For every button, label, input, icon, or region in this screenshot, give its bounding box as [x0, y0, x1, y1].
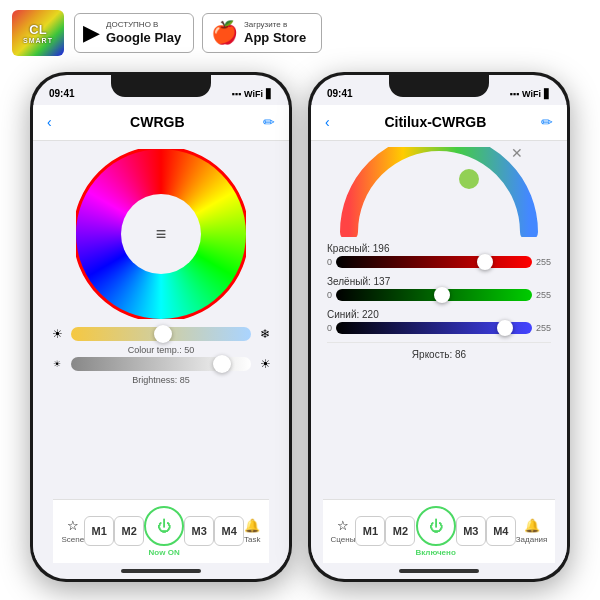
scene-group-right: ☆ Сцены	[331, 518, 356, 544]
green-track[interactable]	[336, 289, 532, 301]
color-wheel-area: ≡	[76, 141, 246, 323]
green-label: Зелёный: 137	[327, 276, 551, 287]
apple-icon: 🍎	[211, 20, 238, 46]
temp-label: Colour temp.: 50	[49, 345, 273, 355]
blue-track[interactable]	[336, 322, 532, 334]
status-icons-right: ▪▪▪ WiFi ▋	[510, 89, 552, 99]
green-track-container: 0 255	[327, 289, 551, 301]
notch-left	[111, 75, 211, 97]
brightness-row-right: Яркость: 86	[327, 342, 551, 366]
cl-logo: CL SMART	[12, 10, 64, 56]
scene-label-left: Scene	[61, 535, 84, 544]
m3-button-right[interactable]: M3	[456, 516, 486, 546]
red-max: 255	[536, 257, 551, 267]
color-arc-svg	[339, 147, 539, 237]
blue-max: 255	[536, 323, 551, 333]
star-icon-right[interactable]: ☆	[337, 518, 349, 533]
m1-button-right[interactable]: M1	[355, 516, 385, 546]
m3-button-left[interactable]: M3	[184, 516, 214, 546]
sun-bright-icon: ☀	[257, 357, 273, 371]
m2-button-right[interactable]: M2	[385, 516, 415, 546]
phone-left-inner: 09:41 ▪▪▪ WiFi ▋ ‹ CWRGB ✏	[33, 75, 289, 579]
blue-thumb[interactable]	[497, 320, 513, 336]
sun-small-icon: ☀	[49, 327, 65, 341]
scene-group: ☆ Scene	[61, 518, 84, 544]
power-group-left: ⏻ Now ON	[144, 506, 184, 557]
google-play-icon: ▶	[83, 20, 100, 46]
blue-track-container: 0 255	[327, 322, 551, 334]
sun-dim-icon: ☀	[49, 359, 65, 369]
rgb-sliders: Красный: 196 0 255 Зелёны	[311, 239, 567, 370]
signal-icon-right: ▪▪▪	[510, 89, 520, 99]
red-label: Красный: 196	[327, 243, 551, 254]
alarm-icon-right[interactable]: 🔔	[524, 518, 540, 533]
task-label-left: Task	[244, 535, 260, 544]
edit-icon-right[interactable]: ✏	[541, 114, 553, 130]
brightness-label-left: Brightness: 85	[49, 375, 273, 385]
time-left: 09:41	[49, 88, 75, 99]
green-min: 0	[327, 290, 332, 300]
m4-button-left[interactable]: M4	[214, 516, 244, 546]
notch-right	[389, 75, 489, 97]
color-arc-container: ✕	[339, 141, 539, 239]
red-min: 0	[327, 257, 332, 267]
close-icon[interactable]: ✕	[511, 145, 523, 161]
home-indicator-left[interactable]	[33, 563, 289, 579]
app-store-badge[interactable]: 🍎 Загрузите в App Store	[202, 13, 322, 53]
app-store-main-text: App Store	[244, 30, 306, 46]
nav-title-left: CWRGB	[130, 114, 184, 130]
brightness-thumb[interactable]	[213, 355, 231, 373]
power-label-left: Now ON	[149, 548, 180, 557]
blue-label: Синий: 220	[327, 309, 551, 320]
m1-button-left[interactable]: M1	[84, 516, 114, 546]
bottom-buttons-left: ☆ Scene M1 M2 ⏻ Now ON M3 M4 🔔 Task	[53, 499, 268, 563]
brightness-track[interactable]	[71, 357, 251, 371]
wifi-icon-left: WiFi	[244, 89, 263, 99]
battery-icon-right: ▋	[544, 89, 551, 99]
scene-label-right: Сцены	[331, 535, 356, 544]
back-icon-left[interactable]: ‹	[47, 114, 52, 130]
green-row: Зелёный: 137 0 255	[327, 276, 551, 301]
task-group-left: 🔔 Task	[244, 518, 260, 544]
red-thumb[interactable]	[477, 254, 493, 270]
snowflake-icon: ❄	[257, 327, 273, 341]
home-indicator-right[interactable]	[311, 563, 567, 579]
google-play-main-text: Google Play	[106, 30, 181, 46]
blue-label-text: Синий: 220	[327, 309, 379, 320]
bottom-buttons-right: ☆ Сцены M1 M2 ⏻ Включено M3 M4 🔔 Задания	[323, 499, 556, 563]
screen-left: ≡ ☀ ❄ Colour temp.:	[33, 141, 289, 563]
red-row: Красный: 196 0 255	[327, 243, 551, 268]
battery-icon-left: ▋	[266, 89, 273, 99]
green-label-text: Зелёный: 137	[327, 276, 390, 287]
svg-point-1	[459, 169, 479, 189]
m2-button-left[interactable]: M2	[114, 516, 144, 546]
green-max: 255	[536, 290, 551, 300]
task-group-right: 🔔 Задания	[516, 518, 548, 544]
phone-right: 09:41 ▪▪▪ WiFi ▋ ‹ Citilux-CWRGB ✏	[308, 72, 570, 582]
alarm-icon-left[interactable]: 🔔	[244, 518, 260, 533]
wifi-icon-right: WiFi	[522, 89, 541, 99]
task-label-right: Задания	[516, 535, 548, 544]
header-bar: CL SMART ▶ ДОСТУПНО В Google Play 🍎 Загр…	[0, 0, 600, 65]
back-icon-right[interactable]: ‹	[325, 114, 330, 130]
temp-thumb[interactable]	[154, 325, 172, 343]
red-track[interactable]	[336, 256, 532, 268]
red-label-text: Красный: 196	[327, 243, 390, 254]
google-play-top-text: ДОСТУПНО В	[106, 20, 181, 30]
power-button-left[interactable]: ⏻	[144, 506, 184, 546]
m4-button-right[interactable]: M4	[486, 516, 516, 546]
blue-min: 0	[327, 323, 332, 333]
power-button-right[interactable]: ⏻	[416, 506, 456, 546]
power-label-right: Включено	[415, 548, 455, 557]
status-icons-left: ▪▪▪ WiFi ▋	[232, 89, 274, 99]
brightness-label-right: Яркость: 86	[327, 349, 551, 360]
phone-left: 09:41 ▪▪▪ WiFi ▋ ‹ CWRGB ✏	[30, 72, 292, 582]
temp-track[interactable]	[71, 327, 251, 341]
star-icon-left[interactable]: ☆	[67, 518, 79, 533]
green-thumb[interactable]	[434, 287, 450, 303]
google-play-badge[interactable]: ▶ ДОСТУПНО В Google Play	[74, 13, 194, 53]
nav-bar-left: ‹ CWRGB ✏	[33, 105, 289, 141]
edit-icon-left[interactable]: ✏	[263, 114, 275, 130]
color-wheel-svg[interactable]: ≡	[76, 149, 246, 319]
temp-slider-row: ☀ ❄	[49, 327, 273, 341]
